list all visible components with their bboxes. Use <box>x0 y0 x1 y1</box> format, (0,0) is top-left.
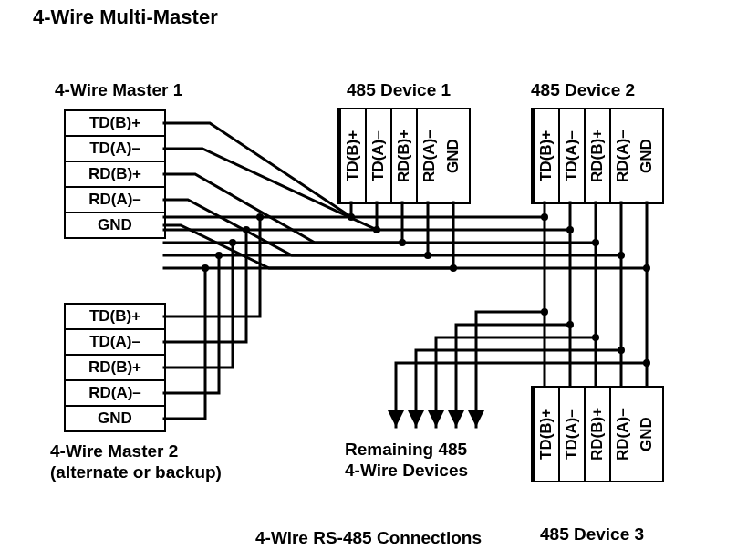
svg-point-28 <box>618 252 625 259</box>
master1-pin: TD(B)+ <box>66 111 164 137</box>
device3-pin: TD(A)– <box>558 388 584 481</box>
device3-pin: RD(B)+ <box>584 388 609 481</box>
svg-point-33 <box>215 252 223 259</box>
svg-point-23 <box>424 252 431 259</box>
device2-pin: RD(B)+ <box>584 109 609 202</box>
device3-pin: GND <box>635 388 659 481</box>
device1-pin: RD(A)– <box>416 109 441 202</box>
svg-point-29 <box>643 264 650 272</box>
svg-point-20 <box>348 213 355 221</box>
device2-pin: TD(B)+ <box>533 109 558 202</box>
master1-pin: TD(A)– <box>66 137 164 162</box>
device1-pin: TD(A)– <box>365 109 390 202</box>
remaining-label-1: Remaining 485 <box>345 440 467 460</box>
remaining-label-2: 4-Wire Devices <box>345 461 468 481</box>
svg-point-34 <box>202 264 209 272</box>
master1-label: 4-Wire Master 1 <box>55 80 182 100</box>
master1-pin: GND <box>66 213 164 237</box>
svg-point-30 <box>256 213 264 221</box>
svg-point-38 <box>618 347 625 354</box>
device3-pin: RD(A)– <box>609 388 635 481</box>
master2-pin: TD(A)– <box>66 330 164 356</box>
device2-pin: RD(A)– <box>609 109 635 202</box>
svg-point-36 <box>566 321 574 328</box>
device1-pin: GND <box>441 109 465 202</box>
svg-point-37 <box>592 334 599 341</box>
page-title: 4-Wire Multi-Master <box>33 5 218 29</box>
device1-pin: TD(B)+ <box>339 109 365 202</box>
master2-block: TD(B)+ TD(A)– RD(B)+ RD(A)– GND <box>64 303 166 432</box>
svg-point-21 <box>373 226 380 233</box>
master2-pin: RD(B)+ <box>66 356 164 381</box>
diagram-canvas: 4-Wire Multi-Master 4-Wire Master 1 TD(B… <box>0 0 737 560</box>
master1-pin: RD(B)+ <box>66 162 164 188</box>
svg-point-31 <box>243 226 250 233</box>
device1-pin: RD(B)+ <box>390 109 416 202</box>
device2-pin: GND <box>635 109 659 202</box>
master2-sublabel: (alternate or backup) <box>50 462 222 482</box>
footer-title: 4-Wire RS-485 Connections <box>0 528 737 548</box>
master2-pin: TD(B)+ <box>66 305 164 330</box>
device3-pin: TD(B)+ <box>533 388 558 481</box>
device2-pin: TD(A)– <box>558 109 584 202</box>
svg-point-39 <box>643 359 650 367</box>
svg-point-25 <box>541 213 548 221</box>
master1-block: TD(B)+ TD(A)– RD(B)+ RD(A)– GND <box>64 109 166 239</box>
master2-label: 4-Wire Master 2 <box>50 441 178 461</box>
device1-block: TD(B)+ TD(A)– RD(B)+ RD(A)– GND <box>337 108 471 204</box>
svg-point-27 <box>592 239 599 246</box>
svg-point-22 <box>399 239 406 246</box>
device1-label: 485 Device 1 <box>347 80 451 100</box>
svg-point-35 <box>541 308 548 316</box>
svg-point-24 <box>450 264 457 272</box>
device2-label: 485 Device 2 <box>531 80 635 100</box>
device3-block: TD(B)+ TD(A)– RD(B)+ RD(A)– GND <box>531 386 664 482</box>
device2-block: TD(B)+ TD(A)– RD(B)+ RD(A)– GND <box>531 108 664 204</box>
svg-point-26 <box>566 226 574 233</box>
svg-point-32 <box>229 239 236 246</box>
master2-pin: RD(A)– <box>66 381 164 407</box>
master2-pin: GND <box>66 407 164 430</box>
master1-pin: RD(A)– <box>66 188 164 213</box>
